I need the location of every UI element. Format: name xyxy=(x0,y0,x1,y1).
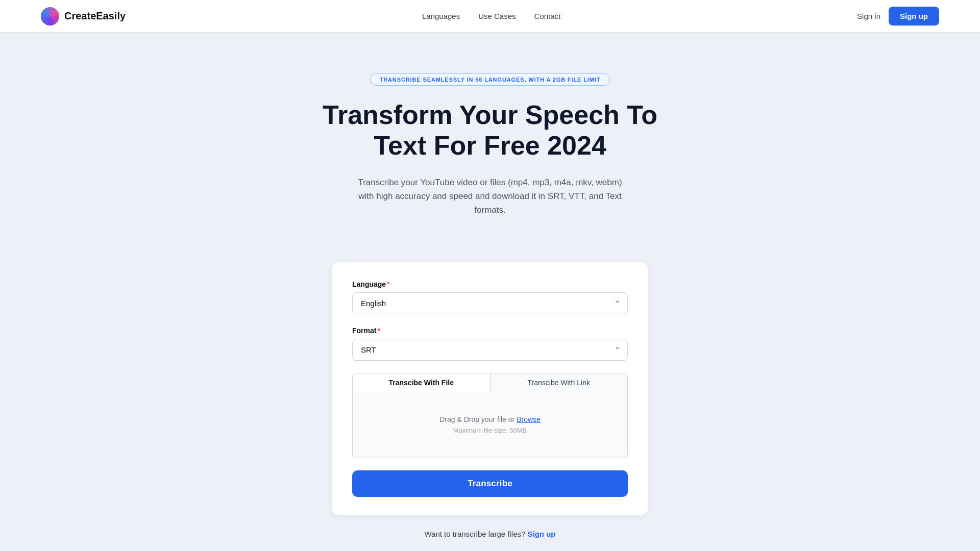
tab-link-button[interactable]: Transcibe With Link xyxy=(491,373,628,392)
nav-links: Languages Use Cases Contact xyxy=(422,12,560,21)
signup-prompt-link[interactable]: Sign up xyxy=(528,530,556,538)
hero-section: TRANSCRIBE SEAMLESSLY IN 56 LANGUAGES, W… xyxy=(0,33,980,237)
drop-zone-size-text: Maximum file size: 50MB xyxy=(453,427,527,434)
navbar: CreateEasily Languages Use Cases Contact… xyxy=(0,0,980,33)
format-select-wrapper: SRT VTT Text ⌃ xyxy=(352,339,628,361)
language-select-wrapper: English Spanish French German Italian Po… xyxy=(352,292,628,314)
transcribe-tabs: Transcibe With File Transcibe With Link xyxy=(352,373,628,392)
tab-file-button[interactable]: Transcibe With File xyxy=(353,373,491,392)
format-required-star: * xyxy=(377,327,380,335)
format-field: Format* SRT VTT Text ⌃ xyxy=(352,327,628,361)
drop-zone-text: Drag & Drop your file or Browse xyxy=(439,415,541,423)
signup-prompt: Want to transcribe large files? Sign up xyxy=(0,530,980,538)
language-label: Language* xyxy=(352,280,628,288)
logo[interactable]: CreateEasily xyxy=(41,7,126,26)
logo-icon xyxy=(41,7,59,26)
signin-button[interactable]: Sign in xyxy=(857,12,880,20)
format-select[interactable]: SRT VTT Text xyxy=(352,339,628,361)
signup-button[interactable]: Sign up xyxy=(889,7,939,26)
language-required-star: * xyxy=(387,280,389,288)
nav-link-languages[interactable]: Languages xyxy=(422,12,460,20)
transcribe-button[interactable]: Transcribe xyxy=(352,470,628,497)
file-drop-zone[interactable]: Drag & Drop your file or Browse Maximum … xyxy=(352,392,628,458)
hero-title: Transform Your Speech To Text For Free 2… xyxy=(296,100,684,161)
language-select[interactable]: English Spanish French German Italian Po… xyxy=(352,292,628,314)
hero-description: Transcribe your YouTube video or files (… xyxy=(352,176,628,217)
nav-link-usecases[interactable]: Use Cases xyxy=(478,12,516,20)
transcribe-card: Language* English Spanish French German … xyxy=(332,262,648,515)
logo-text: CreateEasily xyxy=(64,10,126,22)
language-field: Language* English Spanish French German … xyxy=(352,280,628,314)
signup-prompt-text: Want to transcribe large files? xyxy=(424,530,525,538)
hero-badge: TRANSCRIBE SEAMLESSLY IN 56 LANGUAGES, W… xyxy=(370,73,610,86)
nav-link-contact[interactable]: Contact xyxy=(534,12,561,20)
browse-link[interactable]: Browse xyxy=(517,415,541,423)
format-label: Format* xyxy=(352,327,628,335)
nav-actions: Sign in Sign up xyxy=(857,7,939,26)
